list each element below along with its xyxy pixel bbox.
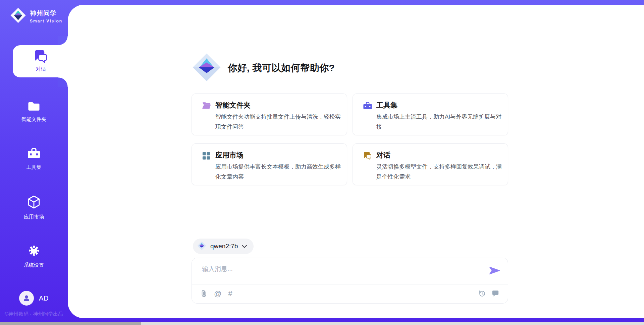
attach-file-button[interactable] (201, 290, 207, 298)
send-button[interactable] (489, 266, 500, 276)
gear-icon (27, 253, 41, 258)
paperclip-icon (201, 290, 207, 298)
chat-bubbles-icon (363, 151, 372, 161)
user-profile[interactable]: AD (0, 291, 68, 306)
brand: 神州问学 Smart Vision (10, 7, 62, 25)
message-icon (492, 290, 499, 298)
hash-icon: # (228, 290, 232, 298)
history-button[interactable] (478, 290, 486, 298)
composer-toolbar: @ # (192, 284, 508, 303)
chat-bubbles-icon (33, 59, 49, 65)
card-title: 应用市场 (215, 150, 244, 160)
composer: @ # (192, 258, 508, 304)
folder-icon (28, 107, 40, 113)
card-description: 应用市场提供丰富长文本模板，助力高效生成多样化文章内容 (215, 162, 343, 182)
brand-diamond-icon (10, 7, 26, 25)
toolbox-icon (27, 155, 41, 160)
sidebar-item-settings[interactable]: 系统设置 (0, 244, 68, 268)
sidebar-item-label: 智能文件夹 (0, 116, 68, 123)
send-icon (489, 271, 500, 276)
mention-button[interactable]: @ (214, 290, 221, 298)
message-input[interactable] (202, 265, 484, 282)
chevron-down-icon (242, 243, 247, 249)
brand-name: 神州问学 (30, 9, 62, 18)
scrollbar-thumb[interactable] (0, 322, 141, 325)
sidebar-item-label: 对话 (13, 66, 69, 72)
card-chat[interactable]: 对话 灵活切换多模型文件，支持多样回复效果调试，满足个性化需求 (353, 143, 508, 185)
sidebar-item-toolset[interactable]: 工具集 (0, 147, 68, 171)
card-title: 对话 (376, 150, 390, 160)
at-sign-icon: @ (214, 290, 221, 298)
horizontal-scrollbar[interactable] (0, 322, 644, 325)
brand-subtitle: Smart Vision (30, 19, 62, 23)
sidebar-item-app-market[interactable]: 应用市场 (0, 195, 68, 220)
sidebar-item-label: 应用市场 (0, 214, 68, 220)
sidebar-item-chat[interactable]: 对话 (13, 45, 69, 77)
tab-fillet-top (58, 36, 68, 45)
card-smart-folder[interactable]: 智能文件夹 智能文件夹功能支持批量文件上传与清洗，轻松实现文件问答 (192, 93, 347, 135)
greeting: 你好, 我可以如何帮助你? (192, 53, 335, 83)
sidebar-item-label: 系统设置 (0, 262, 68, 268)
card-title: 智能文件夹 (215, 101, 251, 110)
sidebar-item-label: 工具集 (0, 164, 68, 171)
card-description: 智能文件夹功能支持批量文件上传与清洗，轻松实现文件问答 (215, 112, 343, 132)
app-grid-icon (202, 151, 211, 161)
model-selector[interactable]: qwen2:7b (193, 239, 254, 254)
avatar (19, 291, 34, 306)
feature-cards: 智能文件夹 智能文件夹功能支持批量文件上传与清洗，轻松实现文件问答 工具集 集成… (192, 93, 508, 185)
toolbox-icon (363, 102, 372, 112)
card-description: 集成市场上主流工具，助力AI与外界无缝扩展与对接 (376, 112, 504, 132)
copyright: ©神州数码 · 神州问学出品 (0, 311, 68, 317)
assistant-diamond-icon (192, 53, 221, 83)
history-icon (478, 290, 486, 298)
tab-fillet-bottom (58, 77, 68, 87)
app-window: 神州问学 Smart Vision 对话 智能文件夹 (0, 0, 644, 325)
card-toolset[interactable]: 工具集 集成市场上主流工具，助力AI与外界无缝扩展与对接 (353, 93, 508, 135)
folder-open-icon (202, 102, 211, 111)
model-selector-value: qwen2:7b (210, 243, 238, 250)
person-icon (22, 294, 31, 303)
greeting-text: 你好, 我可以如何帮助你? (228, 62, 335, 74)
sidebar-item-smart-folder[interactable]: 智能文件夹 (0, 101, 68, 123)
card-description: 灵活切换多模型文件，支持多样回复效果调试，满足个性化需求 (376, 162, 504, 182)
message-mode-button[interactable] (492, 290, 499, 298)
card-app-market[interactable]: 应用市场 应用市场提供丰富长文本模板，助力高效生成多样化文章内容 (192, 143, 347, 185)
user-name: AD (39, 295, 49, 302)
topic-button[interactable]: # (228, 290, 232, 298)
cube-icon (27, 204, 41, 210)
brand-diamond-icon (197, 241, 206, 252)
card-title: 工具集 (376, 101, 397, 110)
